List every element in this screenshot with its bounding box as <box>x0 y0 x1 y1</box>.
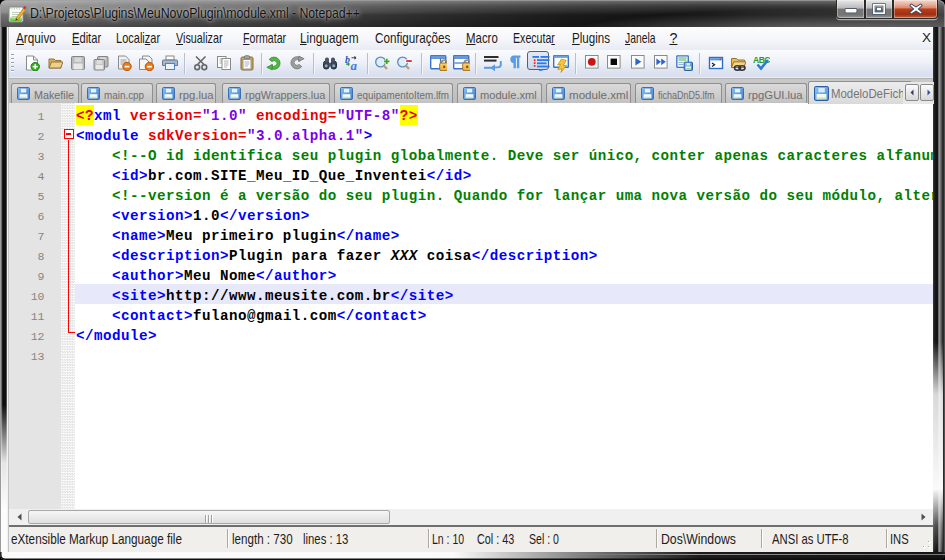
svg-text:a: a <box>351 58 358 71</box>
